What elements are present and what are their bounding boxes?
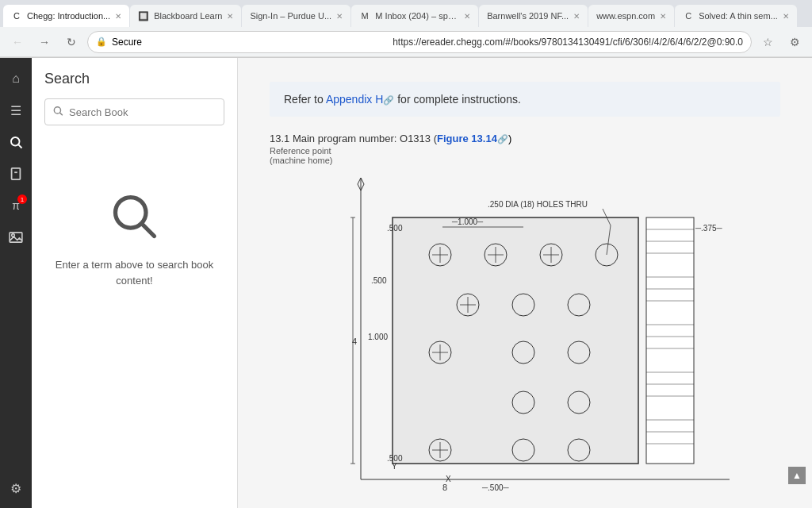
settings-rail-icon[interactable]: ⚙ <box>2 474 30 502</box>
svg-text:Y: Y <box>392 462 397 471</box>
svg-text:.500: .500 <box>371 276 387 285</box>
back-button[interactable]: ← <box>6 31 29 53</box>
tab-inbox[interactable]: M M Inbox (204) – spen... ✕ <box>351 5 478 27</box>
extensions-button[interactable]: ⚙ <box>783 31 806 53</box>
secure-label: Secure <box>112 31 388 53</box>
browser-chrome: C Chegg: Introduction... ✕ 🔲 Blackboard … <box>0 0 812 58</box>
svg-text:─.500─: ─.500─ <box>481 483 510 492</box>
svg-rect-14 <box>646 217 694 464</box>
tab-bar: C Chegg: Introduction... ✕ 🔲 Blackboard … <box>0 0 812 27</box>
tab-chegg[interactable]: C Chegg: Introduction... ✕ <box>3 5 129 27</box>
search-rail-icon[interactable] <box>2 128 30 156</box>
url-text: https://ereader.chegg.com/#/books/978013… <box>393 37 743 48</box>
tab-favicon-bb: 🔲 <box>138 10 149 21</box>
scroll-up-button[interactable]: ▲ <box>788 467 806 484</box>
tab-close-solved[interactable]: ✕ <box>783 12 789 21</box>
address-bar[interactable]: 🔒 Secure https://ereader.chegg.com/#/boo… <box>87 31 752 53</box>
appendix-h-link[interactable]: Appendix H <box>326 93 383 106</box>
svg-text:.250 DIA (18) HOLES  THRU: .250 DIA (18) HOLES THRU <box>488 200 588 209</box>
search-input[interactable] <box>44 98 224 125</box>
search-empty-icon <box>107 189 163 244</box>
menu-rail-icon[interactable]: ☰ <box>2 96 30 125</box>
technical-drawing: .500 ─1.000─ ─.375─ .500 1.000 4 8 .500 … <box>270 170 730 503</box>
lock-icon: 🔒 <box>96 37 107 47</box>
ref-line2: (machine home) <box>270 156 780 165</box>
search-input-wrap <box>44 98 224 125</box>
forward-button[interactable]: → <box>33 31 56 53</box>
tab-favicon: C <box>11 10 22 21</box>
bookmark-rail-icon[interactable] <box>2 160 30 188</box>
tab-title-inbox: M Inbox (204) – spen... <box>375 11 459 21</box>
svg-text:1.000: 1.000 <box>368 333 388 341</box>
svg-point-0 <box>11 137 20 146</box>
svg-text:─.375─: ─.375─ <box>695 224 723 233</box>
image-rail-icon[interactable] <box>2 223 30 252</box>
reload-button[interactable]: ↻ <box>60 31 82 53</box>
svg-text:.500: .500 <box>387 224 403 233</box>
search-input-icon <box>52 106 63 119</box>
drawing-svg: .500 ─1.000─ ─.375─ .500 1.000 4 8 .500 … <box>270 170 730 495</box>
figure-heading-area: 13.1 Main program number: O1313 (Figure … <box>270 133 780 165</box>
notification-badge: 1 <box>17 194 27 204</box>
svg-rect-2 <box>12 168 21 179</box>
svg-line-9 <box>141 224 154 237</box>
svg-rect-4 <box>10 233 22 242</box>
svg-text:8: 8 <box>442 483 447 492</box>
nav-bar: ← → ↻ 🔒 Secure https://ereader.chegg.com… <box>0 27 812 57</box>
tab-signin[interactable]: Sign-In – Purdue U... ✕ <box>242 5 350 27</box>
main-content[interactable]: Refer to Appendix H🔗 for complete instru… <box>238 58 812 508</box>
search-panel: Search Enter a term above to search book… <box>32 58 238 508</box>
tab-close-barnwell[interactable]: ✕ <box>573 12 580 21</box>
tab-blackboard[interactable]: 🔲 Blackboard Learn ✕ <box>130 5 241 27</box>
tab-title-signin: Sign-In – Purdue U... <box>250 11 331 21</box>
tab-title-bb: Blackboard Learn <box>154 11 222 21</box>
tab-barnwell[interactable]: Barnwell's 2019 NF... ✕ <box>479 5 588 27</box>
refer-text: Refer to <box>284 93 326 106</box>
app-body: ⌂ ☰ π 1 ⚙ Search Enter a term <box>0 58 812 508</box>
ref-line1: Reference point <box>270 146 780 156</box>
scroll-indicator[interactable]: ▲ <box>788 467 806 484</box>
svg-point-6 <box>54 107 60 114</box>
svg-line-7 <box>60 113 63 115</box>
tab-favicon-solved: C <box>683 10 694 21</box>
tab-title-barnwell: Barnwell's 2019 NF... <box>487 11 569 21</box>
tab-close-signin[interactable]: ✕ <box>336 12 343 21</box>
bookmark-star-button[interactable]: ☆ <box>756 31 779 53</box>
svg-line-1 <box>18 144 21 148</box>
tab-title-solved: Solved: A thin sem... <box>699 11 778 21</box>
figure-heading-text: 13.1 Main program number: O1313 ( <box>270 133 437 144</box>
tab-close[interactable]: ✕ <box>115 12 121 21</box>
refer-suffix: for complete instructions. <box>394 93 521 106</box>
tab-espn[interactable]: www.espn.com ✕ <box>588 5 674 27</box>
tab-close-bb[interactable]: ✕ <box>227 12 233 21</box>
copy-icon2: 🔗 <box>497 134 508 144</box>
tab-title-espn: www.espn.com <box>596 11 655 21</box>
tab-title: Chegg: Introduction... <box>27 11 110 21</box>
copy-icon: 🔗 <box>383 95 394 105</box>
figure-14-link[interactable]: Figure 13.14 <box>437 133 497 144</box>
home-rail-icon[interactable]: ⌂ <box>2 64 30 93</box>
search-panel-title: Search <box>44 71 224 87</box>
flash-cards-rail-icon[interactable]: π 1 <box>2 191 30 220</box>
search-empty-text: Enter a term above to search book conten… <box>44 257 224 288</box>
icon-rail: ⌂ ☰ π 1 ⚙ <box>0 58 32 508</box>
tab-close-espn[interactable]: ✕ <box>660 12 666 21</box>
search-empty-state: Enter a term above to search book conten… <box>44 189 224 288</box>
refer-box: Refer to Appendix H🔗 for complete instru… <box>270 82 780 117</box>
tab-close-inbox[interactable]: ✕ <box>464 12 470 21</box>
tab-favicon-inbox: M <box>359 10 370 21</box>
svg-text:X: X <box>446 475 451 483</box>
tab-solved[interactable]: C Solved: A thin sem... ✕ <box>675 5 797 27</box>
svg-text:─1.000─: ─1.000─ <box>451 217 484 226</box>
